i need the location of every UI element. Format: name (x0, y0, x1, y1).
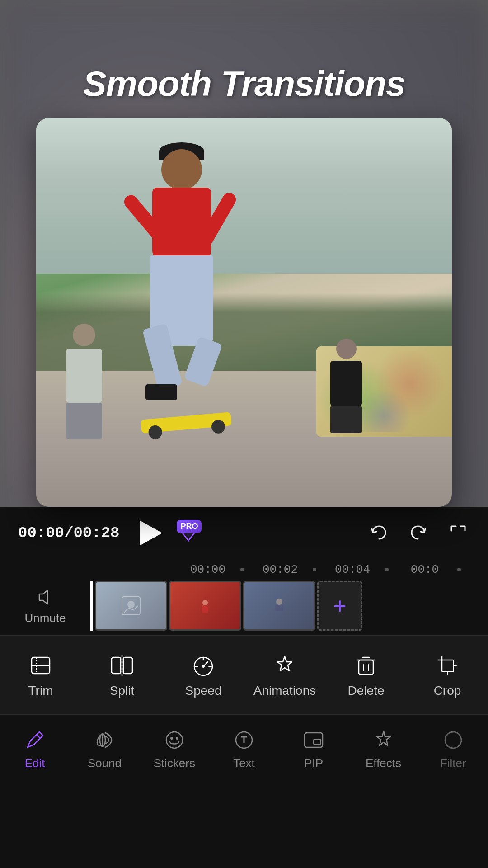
controls-area: 00:00/00:28 PRO (0, 507, 488, 868)
animations-button[interactable]: Animations (244, 645, 325, 705)
effects-nav-label: Effects (366, 756, 401, 770)
edit-nav-icon (22, 727, 47, 753)
skater-shoe-left (145, 384, 177, 400)
svg-point-35 (176, 737, 178, 740)
trim-icon (27, 652, 54, 679)
filter-nav-label: Filter (440, 756, 466, 770)
svg-rect-28 (442, 660, 454, 672)
clip-3[interactable] (243, 581, 315, 631)
sec-legs (66, 403, 102, 439)
svg-point-34 (170, 737, 173, 740)
redo-icon (409, 524, 428, 542)
svg-point-6 (276, 599, 282, 605)
add-clip-icon: + (333, 593, 346, 619)
text-nav-label: Text (233, 756, 255, 770)
skater-secondary (57, 324, 111, 437)
svg-point-3 (127, 601, 135, 608)
pro-badge: PRO (177, 520, 202, 533)
text-nav-icon: T (231, 727, 257, 753)
split-icon (108, 652, 136, 679)
undo-icon (369, 524, 388, 542)
unmute-icon (35, 587, 56, 608)
third-head (336, 339, 357, 359)
unmute-section: Unmute (0, 581, 90, 631)
third-legs (330, 406, 362, 433)
video-frame[interactable] (36, 118, 452, 507)
trim-label: Trim (28, 684, 53, 698)
play-triangle-icon (140, 520, 162, 546)
svg-point-33 (166, 732, 183, 748)
fullscreen-icon (449, 524, 468, 542)
svg-text:T: T (241, 734, 247, 745)
sound-nav-label: Sound (88, 756, 122, 770)
edit-nav-label: Edit (25, 756, 45, 770)
bottom-nav: Edit Sound (0, 714, 488, 787)
filter-nav-icon (441, 727, 466, 753)
skater-head (161, 149, 202, 190)
time-display: 00:00/00:28 (18, 524, 119, 542)
add-clip-button[interactable]: + (317, 581, 362, 631)
ruler-mark-3: 00:0 (389, 563, 461, 576)
speed-button[interactable]: Speed (163, 645, 244, 705)
clip-1-icon (120, 594, 142, 617)
speed-label: Speed (185, 684, 222, 698)
unmute-label: Unmute (24, 611, 66, 625)
pro-badge-container[interactable]: PRO (179, 524, 198, 542)
crop-label: Crop (434, 684, 461, 698)
split-label: Split (110, 684, 134, 698)
stickers-nav-label: Stickers (153, 756, 195, 770)
nav-item-sound[interactable]: Sound (70, 720, 139, 778)
nav-item-stickers[interactable]: Stickers (140, 720, 209, 778)
delete-button[interactable]: Delete (325, 645, 407, 705)
svg-rect-39 (314, 739, 321, 745)
fullscreen-button[interactable] (446, 521, 470, 545)
nav-item-filter[interactable]: Filter (418, 720, 488, 778)
undo-button[interactable] (367, 521, 390, 545)
nav-item-edit[interactable]: Edit (0, 720, 70, 778)
content-wrapper: Smooth Transitions (0, 0, 488, 868)
playhead (90, 581, 93, 631)
svg-line-31 (37, 735, 40, 738)
crop-button[interactable]: Crop (407, 645, 488, 705)
split-button[interactable]: Split (81, 645, 163, 705)
nav-item-pip[interactable]: PIP (279, 720, 348, 778)
third-body (330, 361, 362, 406)
ruler-mark-0: 00:00 (172, 563, 244, 576)
delete-label: Delete (348, 684, 385, 698)
video-container (36, 118, 452, 507)
time-row: 00:00/00:28 PRO (0, 507, 488, 559)
sec-head (73, 324, 95, 346)
svg-rect-5 (202, 605, 208, 613)
redo-button[interactable] (407, 521, 430, 545)
svg-rect-11 (112, 657, 121, 674)
animations-label: Animations (253, 684, 316, 698)
clip-2-icon (194, 594, 216, 617)
svg-rect-12 (123, 657, 132, 674)
skater-torso (152, 188, 211, 260)
timeline-clips: + (90, 581, 488, 631)
clip-3-icon (268, 594, 291, 617)
svg-point-4 (202, 600, 208, 605)
effects-nav-icon (371, 727, 396, 753)
trim-button[interactable]: Trim (0, 645, 81, 705)
stickers-nav-icon (162, 727, 187, 753)
pip-nav-icon (301, 727, 326, 753)
main-title: Smooth Transitions (83, 63, 405, 104)
crop-icon (434, 652, 461, 679)
tool-row: Trim Split (0, 635, 488, 714)
control-icons (367, 521, 470, 545)
title-area: Smooth Transitions (83, 0, 405, 118)
skater-main (136, 149, 227, 353)
sound-nav-icon (92, 727, 117, 753)
ruler-mark-2: 00:04 (316, 563, 389, 576)
clip-1[interactable] (95, 581, 167, 631)
nav-item-text[interactable]: T Text (209, 720, 279, 778)
skater-third (324, 339, 369, 429)
ruler-mark-1: 00:02 (244, 563, 316, 576)
nav-item-effects[interactable]: Effects (348, 720, 418, 778)
sky-area (36, 118, 452, 274)
speed-icon (190, 652, 217, 679)
timeline-track: Unmute (0, 576, 488, 635)
clip-2[interactable] (169, 581, 241, 631)
play-button[interactable] (133, 517, 165, 549)
